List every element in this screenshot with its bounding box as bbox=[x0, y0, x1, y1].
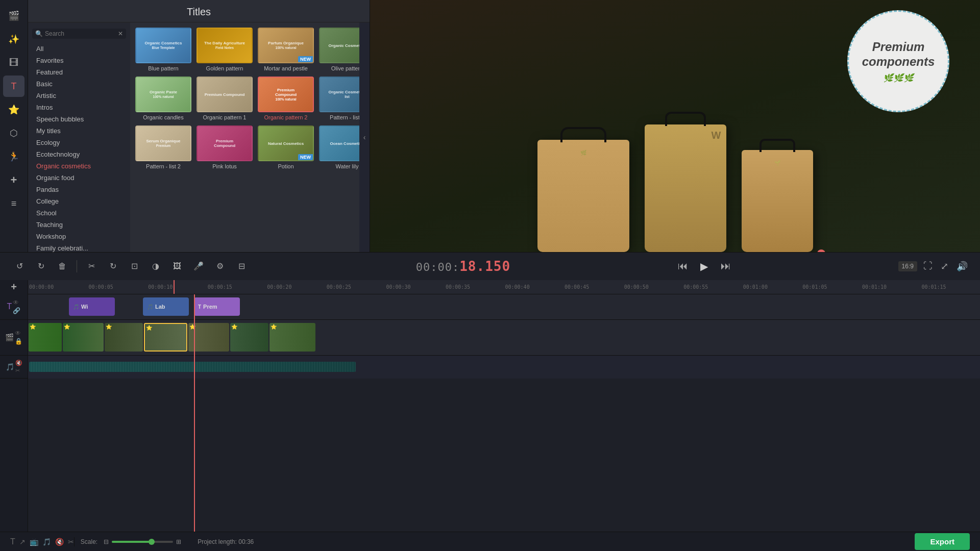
tune-button[interactable]: ⊟ bbox=[232, 257, 251, 276]
template-pink-lotus[interactable]: PremiumCompound Pink lotus bbox=[197, 126, 253, 169]
video-track-lock-icon[interactable]: 🔒 bbox=[15, 338, 22, 345]
badge-line2: components bbox=[862, 55, 935, 68]
category-artistic[interactable]: Artistic bbox=[32, 90, 130, 102]
mic-button[interactable]: 🎤 bbox=[189, 257, 208, 276]
template-organic-pattern-2[interactable]: PremiumCompound100% natural Organic patt… bbox=[258, 77, 314, 120]
sidebar-icon-effects[interactable]: ✨ bbox=[3, 29, 24, 50]
template-golden-pattern[interactable]: The Daily AgricultureField Notes Golden … bbox=[197, 28, 253, 71]
audio-track-mute-icon[interactable]: 🔇 bbox=[15, 360, 22, 366]
clear-search-icon[interactable]: ✕ bbox=[118, 30, 123, 37]
search-input[interactable] bbox=[45, 30, 118, 37]
sidebar-icon-video[interactable]: 🎬 bbox=[3, 5, 24, 27]
template-pattern-list-1-label: Pattern - list 1 bbox=[330, 114, 359, 120]
scale-max-icon: ⊞ bbox=[176, 538, 181, 545]
templates-grid: Organic CosmeticsBlue Template Blue patt… bbox=[130, 22, 359, 252]
category-intros[interactable]: Intros bbox=[32, 102, 130, 113]
template-organic-candles[interactable]: Organic Paste100% natural Organic candle… bbox=[135, 77, 191, 120]
cut-button[interactable]: ✂ bbox=[82, 257, 101, 276]
category-teaching[interactable]: Teaching bbox=[32, 219, 130, 231]
category-ecotechnology[interactable]: Ecotechnology bbox=[32, 148, 130, 160]
sidebar-icon-stickers[interactable]: ⭐ bbox=[3, 99, 24, 120]
category-basic[interactable]: Basic bbox=[32, 78, 130, 90]
aspect-ratio-badge[interactable]: 16:9 bbox=[898, 261, 917, 271]
redo-button[interactable]: ↻ bbox=[32, 257, 50, 276]
controls-bar: ↺ ↻ 🗑 ✂ ↻ ⊡ ◑ 🖼 🎤 ⚙ ⊟ 00:00:18.150 ⏮ ▶ ⏭… bbox=[0, 252, 980, 280]
volume-button[interactable]: 🔊 bbox=[954, 259, 970, 274]
category-my-titles[interactable]: My titles bbox=[32, 125, 130, 137]
category-pandas[interactable]: Pandas bbox=[32, 184, 130, 195]
crop-button[interactable]: ⊡ bbox=[125, 257, 143, 276]
color-button[interactable]: ◑ bbox=[146, 257, 165, 276]
timecode-display: 00:00:18.150 bbox=[416, 259, 510, 274]
template-pattern-list-1[interactable]: Organic Cosmeticslist Pattern - list 1 bbox=[319, 77, 359, 120]
category-family-celebrations[interactable]: Family celebrati... bbox=[32, 242, 130, 252]
category-ecology[interactable]: Ecology bbox=[32, 137, 130, 148]
settings-button[interactable]: ⚙ bbox=[211, 257, 229, 276]
category-school[interactable]: School bbox=[32, 207, 130, 219]
video-track-icon: 🎬 bbox=[5, 333, 14, 341]
ruler-mark-13: 00:01:05 bbox=[801, 284, 861, 290]
category-college[interactable]: College bbox=[32, 195, 130, 207]
fullscreen-button[interactable]: ⛶ bbox=[921, 259, 935, 273]
ruler-mark-11: 00:00:55 bbox=[682, 284, 742, 290]
separator-1 bbox=[77, 260, 77, 272]
skip-forward-button[interactable]: ⏭ bbox=[719, 258, 733, 274]
media-button[interactable]: 🖼 bbox=[168, 257, 186, 276]
bottom-bar: T ↗ 📺 🎵 🔇 ✂ Scale: ⊟ ⊞ Project length: 0… bbox=[0, 532, 980, 551]
category-speech-bubbles[interactable]: Speech bubbles bbox=[32, 113, 130, 125]
pointer-icon[interactable]: ↗ bbox=[19, 538, 26, 546]
ruler-mark-4: 00:00:20 bbox=[266, 284, 326, 290]
category-search[interactable]: 🔍 ✕ bbox=[32, 29, 126, 39]
skip-back-button[interactable]: ⏮ bbox=[676, 258, 690, 274]
category-organic-food[interactable]: Organic food bbox=[32, 172, 130, 184]
sidebar-icon-filters[interactable]: ≡ bbox=[3, 193, 24, 214]
scale-slider[interactable] bbox=[112, 541, 173, 543]
sidebar-icon-sports[interactable]: 🏃 bbox=[3, 146, 24, 167]
audio-track-btn[interactable]: 🎵 bbox=[42, 538, 51, 546]
sidebar-icon-titles[interactable]: T bbox=[3, 76, 24, 97]
collapse-button[interactable]: ‹ bbox=[359, 22, 370, 252]
mute-btn[interactable]: 🔇 bbox=[55, 538, 64, 546]
template-water-lily-label: Water lily bbox=[336, 163, 359, 169]
ruler-mark-15: 00:01:15 bbox=[920, 284, 980, 290]
template-water-lily[interactable]: Ocean Cosmetics NEW Water lily bbox=[319, 126, 359, 169]
text-tool-icon[interactable]: T bbox=[10, 537, 15, 546]
add-track-button[interactable]: + bbox=[7, 280, 21, 294]
template-potion[interactable]: Natural Cosmetics NEW Potion bbox=[258, 126, 314, 169]
category-favorites[interactable]: Favorites bbox=[32, 55, 130, 66]
delete-button[interactable]: 🗑 bbox=[53, 257, 71, 276]
template-organic-pattern-1[interactable]: Premium Compound Organic pattern 1 bbox=[197, 77, 253, 120]
timecode-static: 00:00: bbox=[416, 261, 459, 273]
sidebar-icon-add[interactable]: + bbox=[3, 169, 24, 191]
export-button[interactable]: Export bbox=[915, 533, 970, 550]
rotate-button[interactable]: ↻ bbox=[104, 257, 122, 276]
category-organic-cosmetics[interactable]: Organic cosmetics bbox=[32, 160, 130, 172]
template-mortar-label: Mortar and pestle bbox=[264, 65, 308, 71]
category-all[interactable]: All bbox=[32, 43, 130, 55]
undo-button[interactable]: ↺ bbox=[10, 257, 29, 276]
template-olive-pattern[interactable]: Organic Cosmetics Olive pattern bbox=[319, 28, 359, 71]
template-pink-lotus-label: Pink lotus bbox=[212, 163, 237, 169]
template-pattern-list-2[interactable]: Serum OrganiquePremium Pattern - list 2 bbox=[135, 126, 191, 169]
audio-track-scissors-icon[interactable]: ✂ bbox=[15, 367, 22, 374]
video-track-btn[interactable]: 📺 bbox=[30, 538, 38, 546]
sidebar-icon-film[interactable]: 🎞 bbox=[3, 52, 24, 73]
play-button[interactable]: ▶ bbox=[694, 256, 715, 277]
track-link-icon[interactable]: 🔗 bbox=[13, 307, 20, 314]
video-track-eye-icon[interactable]: 👁 bbox=[15, 330, 22, 337]
track-eye-icon[interactable]: 👁 bbox=[13, 299, 20, 306]
category-workshop[interactable]: Workshop bbox=[32, 231, 130, 242]
template-blue-pattern[interactable]: Organic CosmeticsBlue Template Blue patt… bbox=[135, 28, 191, 71]
video-background: 🌿 W 🌱 Premium components bbox=[370, 0, 980, 252]
scale-slider-container[interactable]: ⊟ ⊞ bbox=[104, 538, 181, 545]
badge-line1: Premium bbox=[872, 40, 925, 54]
template-olive-label: Olive pattern bbox=[331, 65, 359, 71]
scale-slider-fill bbox=[112, 541, 152, 543]
ruler-marks: 00:00:00 00:00:05 00:00:10 00:00:15 00:0… bbox=[28, 284, 980, 290]
sidebar-icon-transitions[interactable]: ⬡ bbox=[3, 122, 24, 144]
template-mortar-and-pestle[interactable]: Parfum Organique100% natural NEW Mortar … bbox=[258, 28, 314, 71]
audio-track-icon: 🎵 bbox=[6, 363, 14, 371]
expand-button[interactable]: ⤢ bbox=[939, 259, 950, 274]
category-featured[interactable]: Featured bbox=[32, 66, 130, 78]
scissors-btn[interactable]: ✂ bbox=[68, 538, 74, 546]
